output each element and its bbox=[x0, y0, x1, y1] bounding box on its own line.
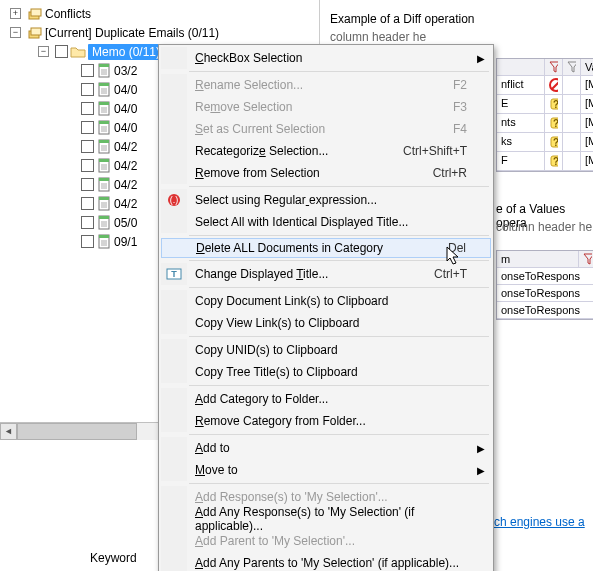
menu-shortcut: Ctrl+T bbox=[434, 267, 471, 281]
menu-item[interactable]: Recategorize Selection...Ctrl+Shift+T bbox=[161, 140, 491, 162]
svg-text:?: ? bbox=[553, 137, 558, 148]
scroll-thumb[interactable] bbox=[17, 423, 137, 440]
menu-item-label: Rename Selection... bbox=[187, 78, 453, 92]
tree-node-conflicts[interactable]: + Conflicts bbox=[10, 4, 319, 23]
menu-item-label: Move to bbox=[187, 463, 471, 477]
col-m[interactable]: m bbox=[497, 251, 579, 267]
menu-gutter bbox=[161, 312, 187, 334]
menu-item[interactable]: Delete ALL Documents in CategoryDel bbox=[161, 238, 491, 258]
tree-label: Conflicts bbox=[45, 7, 91, 21]
svg-rect-40 bbox=[99, 197, 109, 200]
menu-gutter bbox=[161, 290, 187, 312]
search-engines-link[interactable]: rch engines use a bbox=[490, 515, 585, 529]
menu-item[interactable]: Select All with Identical Displayed Titl… bbox=[161, 211, 491, 233]
menu-gutter bbox=[161, 140, 187, 162]
menu-item[interactable]: Copy UNID(s) to Clipboard bbox=[161, 339, 491, 361]
tree-label: [Current] Duplicate Emails (0/11) bbox=[45, 26, 219, 40]
checkbox[interactable] bbox=[81, 83, 94, 96]
table-row[interactable]: E?[Mu bbox=[497, 95, 593, 114]
checkbox[interactable] bbox=[81, 102, 94, 115]
menu-shortcut: Ctrl+R bbox=[433, 166, 471, 180]
expand-icon[interactable]: − bbox=[10, 27, 21, 38]
menu-shortcut: F2 bbox=[453, 78, 471, 92]
table-row[interactable]: nts?[Mu bbox=[497, 114, 593, 133]
table-row[interactable]: onseToRespons bbox=[497, 285, 593, 302]
tree-label: 04/2 bbox=[114, 178, 137, 192]
menu-shortcut: F3 bbox=[453, 100, 471, 114]
menu-item-label: Add Any Parents to 'My Selection' (if ap… bbox=[187, 556, 471, 570]
tree-label: 05/0 bbox=[114, 216, 137, 230]
menu-item[interactable]: Remove from SelectionCtrl+R bbox=[161, 162, 491, 184]
svg-text:?: ? bbox=[553, 156, 558, 167]
checkbox[interactable] bbox=[81, 178, 94, 191]
menu-gutter bbox=[162, 237, 188, 259]
table-row[interactable]: onseToRespons bbox=[497, 302, 593, 319]
document-icon bbox=[96, 120, 112, 136]
menu-gutter bbox=[161, 339, 187, 361]
checkbox[interactable] bbox=[81, 159, 94, 172]
document-icon bbox=[96, 234, 112, 250]
menu-item[interactable]: CheckBox Selection▶ bbox=[161, 47, 491, 69]
menu-item[interactable]: Move to▶ bbox=[161, 459, 491, 481]
menu-item-label: Copy Document Link(s) to Clipboard bbox=[187, 294, 471, 308]
collapse-icon[interactable]: + bbox=[10, 8, 21, 19]
document-icon bbox=[96, 177, 112, 193]
menu-shortcut: F4 bbox=[453, 122, 471, 136]
menu-item[interactable]: Copy View Link(s) to Clipboard bbox=[161, 312, 491, 334]
menu-item[interactable]: Add Category to Folder... bbox=[161, 388, 491, 410]
checkbox[interactable] bbox=[81, 140, 94, 153]
checkbox[interactable] bbox=[81, 121, 94, 134]
checkbox[interactable] bbox=[81, 64, 94, 77]
menu-item-label: Add Response(s) to 'My Selection'... bbox=[187, 490, 471, 504]
menu-item-label: Select using Regular expression... bbox=[187, 193, 471, 207]
menu-item-label: Add Category to Folder... bbox=[187, 392, 471, 406]
filter-icon[interactable] bbox=[563, 59, 581, 75]
menu-item[interactable]: Add to▶ bbox=[161, 437, 491, 459]
table-row[interactable]: onseToRespons bbox=[497, 268, 593, 285]
menu-item[interactable]: Add Any Parents to 'My Selection' (if ap… bbox=[161, 552, 491, 571]
scroll-left-button[interactable]: ◄ bbox=[0, 423, 17, 440]
menu-item[interactable]: Copy Tree Title(s) to Clipboard bbox=[161, 361, 491, 383]
table-row[interactable]: ks?[Mu bbox=[497, 133, 593, 152]
tree-label: 03/2 bbox=[114, 64, 137, 78]
menu-item[interactable]: (.)Select using Regular expression... bbox=[161, 189, 491, 211]
checkbox[interactable] bbox=[81, 235, 94, 248]
menu-gutter bbox=[161, 361, 187, 383]
menu-item[interactable]: Copy Document Link(s) to Clipboard bbox=[161, 290, 491, 312]
menu-item[interactable]: Add Any Response(s) to 'My Selection' (i… bbox=[161, 508, 491, 530]
menu-shortcut: Ctrl+Shift+T bbox=[403, 144, 471, 158]
regex-icon: (.) bbox=[161, 189, 187, 211]
menu-item[interactable]: TChange Displayed Title...Ctrl+T bbox=[161, 263, 491, 285]
checkbox[interactable] bbox=[81, 216, 94, 229]
svg-rect-5 bbox=[99, 64, 109, 67]
tree-label: 04/2 bbox=[114, 159, 137, 173]
filter-icon[interactable] bbox=[579, 251, 593, 267]
menu-separator bbox=[189, 287, 489, 288]
filter-icon[interactable] bbox=[545, 59, 563, 75]
svg-text:T: T bbox=[171, 269, 177, 279]
menu-item: Rename Selection...F2 bbox=[161, 74, 491, 96]
checkbox[interactable] bbox=[55, 45, 68, 58]
table-row[interactable]: F?[Mu bbox=[497, 152, 593, 171]
submenu-arrow-icon: ▶ bbox=[477, 465, 485, 476]
table-row[interactable]: nflict[Mu bbox=[497, 76, 593, 95]
checkbox[interactable] bbox=[81, 197, 94, 210]
menu-separator bbox=[189, 235, 489, 236]
svg-text:?: ? bbox=[553, 99, 558, 110]
svg-text:?: ? bbox=[553, 118, 558, 129]
col-values[interactable]: Valu bbox=[581, 59, 593, 75]
menu-gutter bbox=[161, 530, 187, 552]
stack-icon bbox=[27, 6, 43, 22]
menu-item[interactable]: Remove Category from Folder... bbox=[161, 410, 491, 432]
tree-label-selected: Memo (0/11) bbox=[88, 44, 164, 60]
menu-separator bbox=[189, 186, 489, 187]
tree-node-current[interactable]: − [Current] Duplicate Emails (0/11) bbox=[10, 23, 319, 42]
keyword-label: Keyword bbox=[90, 551, 137, 565]
document-icon bbox=[96, 82, 112, 98]
menu-item-label: Select All with Identical Displayed Titl… bbox=[187, 215, 471, 229]
tree-label: 04/2 bbox=[114, 197, 137, 211]
menu-separator bbox=[189, 260, 489, 261]
expand-icon[interactable]: − bbox=[38, 46, 49, 57]
svg-rect-35 bbox=[99, 178, 109, 181]
menu-gutter bbox=[161, 437, 187, 459]
